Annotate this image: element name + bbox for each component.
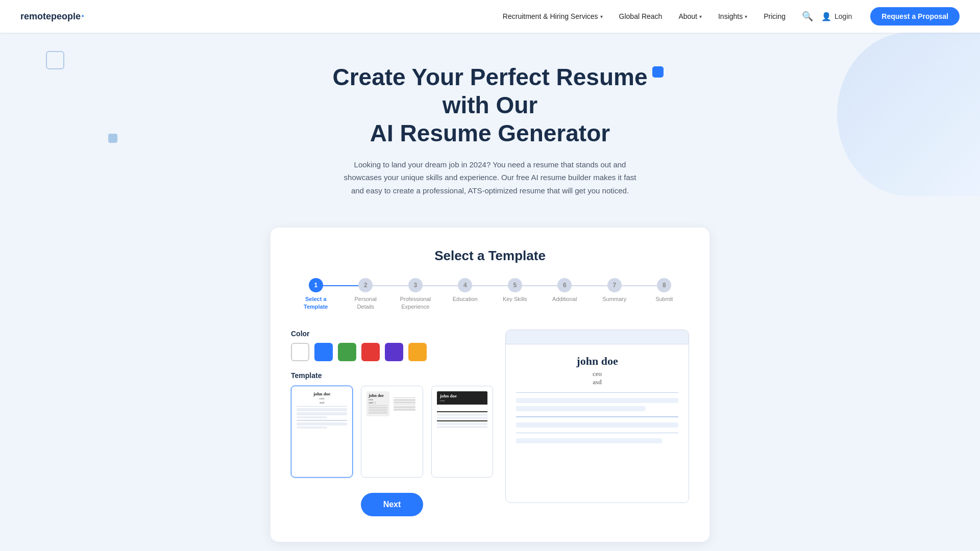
step-label-6: Additional	[552, 295, 577, 303]
step-circle-1: 1	[309, 278, 323, 292]
next-button[interactable]: Next	[361, 493, 424, 516]
step-label-3: ProfessionalExperience	[400, 295, 431, 311]
color-swatch-green[interactable]	[338, 343, 356, 361]
login-button[interactable]: 👤 Login	[821, 12, 852, 21]
nav-about[interactable]: About ▾	[678, 12, 702, 20]
chevron-down-icon: ▾	[699, 14, 702, 19]
template-label: Template	[291, 371, 493, 380]
step-circle-4: 4	[458, 278, 472, 292]
preview-name: john doe	[516, 355, 678, 368]
hero-section: Create Your Perfect Resume with Our AI R…	[0, 33, 980, 212]
step-2[interactable]: 2 PersonalDetails	[341, 278, 391, 311]
step-label-4: Education	[453, 295, 478, 303]
preview-divider-3	[516, 433, 678, 434]
step-1[interactable]: 1 Select aTemplate	[291, 278, 341, 311]
color-swatch-white[interactable]	[291, 343, 309, 361]
step-4[interactable]: 4 Education	[440, 278, 491, 303]
main-layout: Color Template john doe ceo asd	[291, 330, 689, 516]
step-label-7: Summary	[602, 295, 626, 303]
template-card-3[interactable]: john doe ceo ···	[431, 386, 493, 478]
step-5[interactable]: 5 Key Skills	[490, 278, 540, 303]
navbar: remote people · Recruitment & Hiring Ser…	[0, 0, 980, 33]
preview-divider-2	[516, 416, 678, 417]
color-swatch-purple[interactable]	[385, 343, 403, 361]
search-icon[interactable]: 🔍	[802, 11, 813, 22]
step-label-8: Submit	[655, 295, 673, 303]
nav-insights[interactable]: Insights ▾	[718, 12, 747, 20]
template-grid: john doe ceo asd	[291, 386, 493, 478]
color-swatches	[291, 343, 493, 361]
logo-people: people	[51, 11, 81, 22]
preview-subtitle: asd	[516, 378, 678, 386]
template-preview-1: john doe ceo asd	[297, 391, 347, 430]
step-8[interactable]: 8 Submit	[640, 278, 690, 303]
chevron-down-icon: ▾	[600, 14, 603, 19]
preview-block-2	[516, 406, 646, 411]
color-label: Color	[291, 330, 493, 338]
request-proposal-button[interactable]: Request a Proposal	[870, 7, 960, 26]
preview-divider-1	[516, 392, 678, 393]
next-button-wrap: Next	[291, 493, 493, 516]
nav-icons: 🔍 👤 Login Request a Proposal	[802, 7, 960, 26]
template-card-1[interactable]: john doe ceo asd	[291, 386, 353, 478]
right-panel: john doe ceo asd	[505, 330, 689, 503]
stepper: 1 Select aTemplate 2 PersonalDetails 3 P…	[291, 278, 689, 311]
step-circle-7: 7	[607, 278, 622, 292]
user-icon: 👤	[821, 12, 831, 21]
color-swatch-blue[interactable]	[314, 343, 333, 361]
color-swatch-orange[interactable]	[408, 343, 427, 361]
step-circle-6: 6	[557, 278, 572, 292]
step-7[interactable]: 7 Summary	[590, 278, 640, 303]
logo-dot: ·	[81, 11, 84, 22]
preview-job-title: ceo	[516, 370, 678, 378]
step-label-5: Key Skills	[503, 295, 527, 303]
template-preview-3: john doe ceo ···	[437, 391, 487, 431]
step-circle-5: 5	[508, 278, 522, 292]
step-6[interactable]: 6 Additional	[540, 278, 590, 303]
preview-body: john doe ceo asd	[506, 344, 689, 503]
preview-block-4	[516, 438, 662, 443]
preview-block-1	[516, 398, 678, 403]
template-card-2[interactable]: john doe ceo asd | |	[361, 386, 423, 478]
step-circle-2: 2	[358, 278, 373, 292]
preview-panel: john doe ceo asd	[505, 330, 689, 503]
logo-remote: remote	[20, 11, 51, 22]
step-label-1: Select aTemplate	[304, 295, 328, 311]
left-panel: Color Template john doe ceo asd	[291, 330, 493, 516]
step-3[interactable]: 3 ProfessionalExperience	[390, 278, 440, 311]
hero-title: Create Your Perfect Resume with Our AI R…	[311, 63, 669, 148]
step-circle-3: 3	[408, 278, 423, 292]
color-swatch-red[interactable]	[361, 343, 380, 361]
card-title: Select a Template	[291, 248, 689, 264]
nav-global-reach[interactable]: Global Reach	[619, 12, 663, 20]
template-preview-2: john doe ceo asd | |	[366, 391, 417, 416]
chevron-down-icon: ▾	[745, 14, 747, 19]
step-label-2: PersonalDetails	[355, 295, 377, 311]
nav-pricing[interactable]: Pricing	[764, 12, 786, 20]
hero-description: Looking to land your dream job in 2024? …	[337, 158, 643, 197]
template-card: Select a Template 1 Select aTemplate 2 P…	[271, 228, 709, 542]
preview-block-3	[516, 422, 678, 428]
preview-header-bar	[506, 330, 689, 344]
nav-links: Recruitment & Hiring Services ▾ Global R…	[503, 12, 786, 20]
logo[interactable]: remote people ·	[20, 11, 84, 22]
nav-recruitment[interactable]: Recruitment & Hiring Services ▾	[503, 12, 603, 20]
step-circle-8: 8	[657, 278, 671, 292]
